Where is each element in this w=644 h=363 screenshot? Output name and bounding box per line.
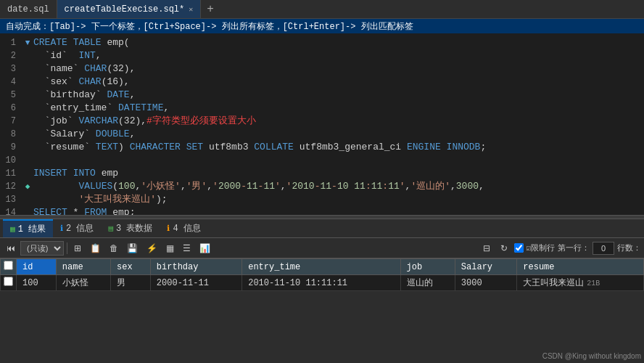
toolbar-btn-1[interactable]: ⊞ [70, 241, 85, 256]
line-content-6[interactable]: `entry_time` DATETIME, [33, 102, 644, 115]
editor-line-14: 14SELECT * FROM emp; [0, 206, 644, 215]
toolbar-btn-2[interactable]: 📋 [86, 241, 104, 256]
tab-add-button[interactable]: + [201, 3, 220, 16]
editor-line-8: 8 `Salary` DOUBLE, [0, 128, 644, 141]
watermark: CSDN @King without kingdom [542, 352, 641, 360]
line-number-14: 14 [0, 206, 22, 215]
result-tab-2-icon: ℹ [60, 224, 63, 233]
line-number-1: 1 [0, 36, 22, 49]
editor-line-9: 9 `resume` TEXT) CHARACTER SET utf8mb3 C… [0, 141, 644, 154]
result-tab-1[interactable]: ▦ 1 结果 [3, 219, 53, 237]
header-name[interactable]: name [56, 259, 110, 275]
header-job[interactable]: job [400, 259, 455, 275]
header-resume[interactable]: resume [517, 259, 644, 275]
cell-sex: 男 [111, 275, 151, 291]
toolbar-refresh-icon[interactable]: ↻ [497, 241, 511, 256]
header-id[interactable]: id [17, 259, 57, 275]
line-content-3[interactable]: `name` CHAR(32), [33, 62, 644, 76]
data-table-wrap: id name sex birthday entry_time job Sala… [0, 258, 644, 363]
header-checkbox[interactable] [4, 261, 13, 270]
data-table: id name sex birthday entry_time job Sala… [0, 258, 644, 291]
limit-checkbox-input[interactable] [514, 243, 524, 253]
result-tab-3-label: 3 表数据 [116, 222, 152, 234]
result-tab-1-icon: ▦ [10, 224, 15, 234]
editor-line-2: 2 `id` INT, [0, 49, 644, 62]
row-count-label: 行数： [617, 242, 641, 253]
cell-resume: 大王叫我来巡山21B [517, 275, 644, 291]
toolbar-btn-3[interactable]: 🗑 [106, 241, 122, 256]
gutter-1: ▼ [22, 36, 33, 49]
toolbar-btn-7[interactable]: 📊 [196, 241, 214, 256]
hint-bar: 自动完成：[Tab]-> 下一个标签，[Ctrl+Space]-> 列出所有标签… [0, 19, 644, 33]
toolbar-nav-first[interactable]: ⏮ [3, 241, 19, 256]
row-checkbox[interactable] [4, 277, 13, 286]
cell-name: 小妖怪 [56, 275, 110, 291]
line-content-14[interactable]: SELECT * FROM emp; [33, 206, 644, 215]
line-number-5: 5 [0, 89, 22, 102]
header-checkbox-col [1, 259, 17, 275]
editor[interactable]: 1▼CREATE TABLE emp(2 `id` INT,3 `name` C… [0, 33, 644, 215]
line-number-4: 4 [0, 76, 22, 89]
line-content-2[interactable]: `id` INT, [33, 49, 644, 62]
line-number-10: 10 [0, 154, 22, 167]
editor-line-11: 11INSERT INTO emp [0, 167, 644, 180]
result-tab-3[interactable]: ▤ 3 表数据 [101, 219, 160, 237]
cell-entry_time: 2010-11-10 11:11:11 [242, 275, 400, 291]
line-number-6: 6 [0, 102, 22, 115]
line-content-5[interactable]: `birthday` DATE, [33, 89, 644, 102]
line-content-1[interactable]: CREATE TABLE emp( [33, 36, 644, 49]
toolbar-right: ⊟ ↻ ☑限制行 第一行： 行数： [479, 241, 641, 256]
result-tabs: ▦ 1 结果 ℹ 2 信息 ▤ 3 表数据 ℹ 4 信息 [0, 219, 644, 238]
header-sex[interactable]: sex [111, 259, 151, 275]
cell-job: 巡山的 [400, 275, 455, 291]
line-number-7: 7 [0, 115, 22, 128]
line-number-3: 3 [0, 62, 22, 76]
editor-line-4: 4 `sex` CHAR(16), [0, 76, 644, 89]
line-content-8[interactable]: `Salary` DOUBLE, [33, 128, 644, 141]
first-row-label: 第一行： [558, 242, 590, 253]
editor-line-12: 12◆ VALUES(100,'小妖怪','男','2000-11-11','2… [0, 180, 644, 193]
row-checkbox-cell [1, 275, 17, 291]
toolbar-btn-4[interactable]: 💾 [123, 241, 141, 256]
line-number-8: 8 [0, 128, 22, 141]
editor-line-13: 13 '大王叫我来巡山'); [0, 193, 644, 206]
line-content-4[interactable]: `sex` CHAR(16), [33, 76, 644, 89]
line-number-11: 11 [0, 167, 22, 180]
result-tab-2[interactable]: ℹ 2 信息 [53, 219, 101, 237]
line-number-12: 12 [0, 180, 22, 193]
line-content-13[interactable]: '大王叫我来巡山'); [33, 193, 644, 206]
header-birthday[interactable]: birthday [150, 259, 242, 275]
line-content-12[interactable]: VALUES(100,'小妖怪','男','2000-11-11','2010-… [33, 180, 644, 193]
toolbar-readonly-select[interactable]: (只读) [20, 241, 64, 256]
cell-id: 100 [17, 275, 57, 291]
header-entry-time[interactable]: entry_time [242, 259, 400, 275]
header-salary[interactable]: Salary [455, 259, 516, 275]
toolbar-divider-1 [67, 242, 67, 254]
line-number-2: 2 [0, 49, 22, 62]
tab-date-sql[interactable]: date.sql [0, 0, 57, 18]
editor-line-5: 5 `birthday` DATE, [0, 89, 644, 102]
tab-date-sql-label: date.sql [7, 4, 49, 15]
editor-line-6: 6 `entry_time` DATETIME, [0, 102, 644, 115]
line-content-11[interactable]: INSERT INTO emp [33, 167, 644, 180]
tab-create-table[interactable]: createTableExecise.sql* ✕ [57, 0, 202, 18]
table-row: 100小妖怪男2000-11-112010-11-10 11:11:11巡山的3… [1, 275, 644, 291]
editor-line-3: 3 `name` CHAR(32), [0, 62, 644, 76]
tab-close-icon[interactable]: ✕ [189, 5, 193, 14]
line-content-9[interactable]: `resume` TEXT) CHARACTER SET utf8mb3 COL… [33, 141, 644, 154]
result-tab-3-icon: ▤ [108, 224, 113, 233]
result-tab-1-label: 1 结果 [18, 223, 46, 235]
toolbar-btn-grid[interactable]: ▦ [162, 241, 178, 256]
first-row-input[interactable] [593, 242, 614, 255]
cell-birthday: 2000-11-11 [150, 275, 242, 291]
toolbar-filter-icon[interactable]: ⊟ [479, 241, 494, 256]
line-content-7[interactable]: `job` VARCHAR(32),#字符类型必须要设置大小 [33, 115, 644, 128]
result-tab-4-icon: ℹ [167, 224, 170, 233]
toolbar-limit-checkbox[interactable]: ☑限制行 [514, 242, 555, 253]
toolbar-btn-list[interactable]: ☰ [179, 241, 194, 256]
hint-text: 自动完成：[Tab]-> 下一个标签，[Ctrl+Space]-> 列出所有标签… [6, 20, 413, 33]
toolbar-btn-5[interactable]: ⚡ [143, 241, 161, 256]
cell-Salary: 3000 [455, 275, 516, 291]
resume-size-badge: 21B [587, 280, 600, 287]
result-tab-4[interactable]: ℹ 4 信息 [160, 219, 207, 237]
